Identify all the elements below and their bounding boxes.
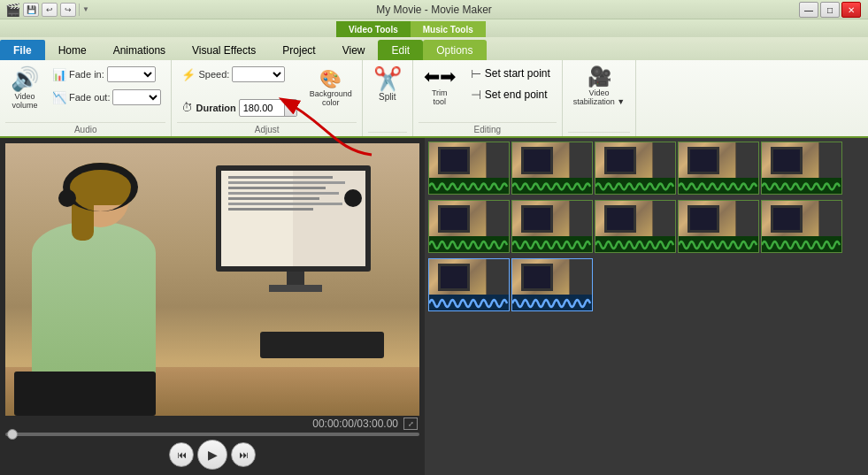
maximize-button[interactable]: □ bbox=[820, 2, 840, 18]
undo-button[interactable]: ↩ bbox=[42, 3, 58, 17]
video-stab-button[interactable]: 🎥 Videostabilization ▼ bbox=[568, 64, 630, 110]
thumb-2-4 bbox=[679, 201, 736, 236]
duration-dropdown-arrow[interactable]: ▼ bbox=[284, 100, 296, 116]
split-group-body: ✂️ Split bbox=[368, 64, 407, 130]
thumb-4 bbox=[679, 142, 736, 178]
audio-wave-4 bbox=[679, 178, 758, 194]
split-label: Split bbox=[379, 92, 396, 102]
audio-group-body: 🔊 Videovolume 📊 Fade in: 📉 Fade out: bbox=[5, 64, 165, 120]
expand-button[interactable]: ⤢ bbox=[403, 418, 418, 430]
context-tab-video[interactable]: Video Tools bbox=[336, 21, 411, 37]
timeline-clip-1-3[interactable] bbox=[595, 142, 676, 195]
volume-icon: 🔊 bbox=[11, 67, 39, 90]
editing-group-label: Editing bbox=[419, 122, 557, 134]
timeline-clip-1-1[interactable] bbox=[428, 142, 510, 195]
qat-dropdown-arrow[interactable]: ▼ bbox=[82, 5, 89, 13]
tab-file[interactable]: File bbox=[0, 40, 45, 60]
fade-in-select[interactable] bbox=[107, 66, 156, 82]
app-window: 🎬 💾 ↩ ↪ ▼ My Movie - Movie Maker — □ ✕ V… bbox=[0, 0, 868, 475]
thumb-3-2 bbox=[512, 259, 570, 295]
audio-wave-2-2 bbox=[512, 236, 592, 252]
timeline-track-1 bbox=[428, 142, 864, 195]
trim-tool-button[interactable]: ⬅➡ Trimtool bbox=[419, 64, 461, 110]
chair-base bbox=[14, 372, 156, 416]
thumb-3 bbox=[595, 142, 653, 178]
tab-edit[interactable]: Edit bbox=[378, 40, 423, 60]
clip-thumbs bbox=[595, 142, 675, 178]
timeline-track-2 bbox=[428, 200, 864, 253]
timeline-clip-1-5[interactable] bbox=[761, 142, 842, 195]
scrubber-thumb[interactable] bbox=[7, 429, 18, 440]
bg-color-row bbox=[177, 87, 301, 92]
speed-icon: ⚡ bbox=[181, 68, 196, 81]
timeline-clip-1-4[interactable] bbox=[678, 142, 759, 195]
clip-thumbs bbox=[679, 201, 758, 236]
keyboard bbox=[260, 332, 384, 358]
timeline-clip-1-2[interactable] bbox=[511, 142, 593, 195]
duration-row: ⏱ Duration 180.00 ▼ bbox=[177, 96, 301, 119]
context-tab-music[interactable]: Music Tools bbox=[411, 21, 486, 37]
tab-animations[interactable]: Animations bbox=[100, 40, 179, 60]
speed-row: ⚡ Speed: bbox=[177, 64, 301, 85]
play-button[interactable]: ▶ bbox=[197, 440, 227, 470]
adjust-col: ⚡ Speed: ⏱ Duration 180.00 ▼ bbox=[177, 64, 301, 119]
minimize-button[interactable]: — bbox=[799, 2, 818, 18]
split-button[interactable]: ✂️ Split bbox=[368, 64, 407, 105]
timeline-clip-3-1[interactable] bbox=[428, 258, 510, 311]
waveform-svg-3-2 bbox=[512, 295, 592, 310]
person-body bbox=[32, 221, 156, 380]
clip-thumbs bbox=[512, 142, 592, 178]
duration-combo[interactable]: 180.00 ▼ bbox=[239, 99, 297, 117]
trim-icon: ⬅➡ bbox=[424, 67, 456, 87]
scissors-icon: ✂️ bbox=[373, 67, 402, 90]
fade-in-icon: 📊 bbox=[52, 68, 66, 81]
audio-wave-2-4 bbox=[679, 236, 758, 252]
clip-thumbs bbox=[762, 201, 841, 236]
tab-visual-effects[interactable]: Visual Effects bbox=[179, 40, 269, 60]
clip-thumbs bbox=[429, 259, 509, 295]
save-button[interactable]: 💾 bbox=[23, 3, 39, 17]
ribbon-group-audio: 🔊 Videovolume 📊 Fade in: 📉 Fade out: bbox=[0, 60, 172, 136]
set-end-button[interactable]: ⊣ Set end point bbox=[465, 85, 557, 104]
timeline-clip-2-4[interactable] bbox=[678, 200, 759, 253]
clip-thumbs bbox=[512, 259, 592, 295]
qat-separator bbox=[79, 4, 80, 16]
set-start-button[interactable]: ⊢ Set start point bbox=[465, 64, 557, 83]
fade-out-select[interactable] bbox=[112, 89, 161, 105]
thumb-5 bbox=[762, 142, 819, 178]
close-button[interactable]: ✕ bbox=[841, 2, 861, 18]
app-icon: 🎬 bbox=[5, 3, 20, 17]
video-preview bbox=[5, 143, 419, 416]
waveform-svg bbox=[429, 178, 509, 194]
timeline-clip-2-2[interactable] bbox=[511, 200, 593, 253]
waveform-svg-5 bbox=[762, 178, 841, 194]
rewind-button[interactable]: ⏮ bbox=[169, 442, 194, 467]
clip-thumbs bbox=[762, 142, 841, 178]
waveform-svg-2-2 bbox=[512, 236, 592, 252]
tab-options[interactable]: Options bbox=[423, 40, 486, 60]
timeline-clip-2-1[interactable] bbox=[428, 200, 510, 253]
tab-project[interactable]: Project bbox=[269, 40, 328, 60]
tab-home[interactable]: Home bbox=[45, 40, 100, 60]
fade-out-icon: 📉 bbox=[52, 91, 66, 104]
audio-wave-2-1 bbox=[429, 236, 509, 252]
scrubber-track[interactable] bbox=[5, 433, 419, 436]
video-volume-button[interactable]: 🔊 Videovolume bbox=[5, 64, 44, 113]
context-tabs-row: Video Tools Music Tools bbox=[0, 19, 868, 37]
redo-button[interactable]: ↪ bbox=[60, 3, 76, 17]
waveform-svg-3 bbox=[595, 178, 675, 194]
scrubber-row[interactable] bbox=[5, 433, 419, 436]
headphone-left bbox=[58, 189, 76, 207]
fast-forward-button[interactable]: ⏭ bbox=[231, 442, 256, 467]
adjust-group-label: Adjust bbox=[177, 122, 356, 134]
video-scene bbox=[5, 143, 419, 416]
speed-select[interactable] bbox=[232, 66, 285, 82]
bg-color-button[interactable]: 🎨 Backgroundcolor bbox=[305, 67, 357, 110]
timeline-track-3 bbox=[428, 258, 864, 311]
timeline-clip-2-3[interactable] bbox=[595, 200, 676, 253]
timeline-clip-2-5[interactable] bbox=[761, 200, 842, 253]
timeline-clip-3-2[interactable] bbox=[511, 258, 593, 311]
audio-wave-3-1 bbox=[429, 295, 509, 310]
tab-view[interactable]: View bbox=[329, 40, 379, 60]
video-stab-body: 🎥 Videostabilization ▼ bbox=[568, 64, 630, 130]
